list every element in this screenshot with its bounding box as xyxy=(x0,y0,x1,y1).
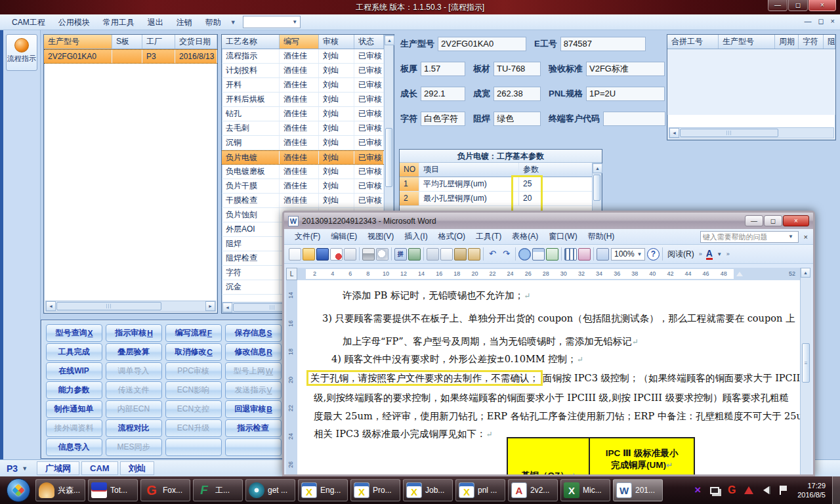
copy-icon[interactable] xyxy=(440,248,453,261)
process-row[interactable]: 开料 酒佳佳 刘灿 已审核 xyxy=(222,78,384,93)
cut-icon[interactable] xyxy=(427,248,439,261)
menu-item[interactable]: 公用模块 xyxy=(52,16,96,28)
process-row[interactable]: 计划投料 酒佳佳 刘灿 已审核 xyxy=(222,64,384,78)
word-close-button[interactable]: × xyxy=(783,215,809,226)
action-button[interactable]: 能力参数 xyxy=(46,381,102,399)
update-arrow-icon[interactable] xyxy=(742,484,755,497)
close-button[interactable]: × xyxy=(808,0,836,11)
taskbar-button[interactable]: Eng... xyxy=(298,479,348,501)
word-minimize-button[interactable]: — xyxy=(745,215,763,226)
orders-hscrollbar[interactable]: ◄ ► xyxy=(45,301,216,312)
toolbar-overflow-icon[interactable]: » xyxy=(726,251,730,257)
action-button[interactable]: 保存信息S xyxy=(225,324,282,342)
column-header[interactable]: 编写 xyxy=(280,35,319,49)
zoom-select[interactable]: 100% ▼ xyxy=(611,248,645,261)
menu-item[interactable]: 编辑(E) xyxy=(326,230,362,243)
menu-item[interactable]: 表格(A) xyxy=(507,230,543,243)
action-button[interactable]: 信息导入 xyxy=(46,438,102,456)
order-row[interactable]: 2V2FG01KA0P32016/8/13 xyxy=(44,49,217,64)
field-value[interactable]: 262.38 xyxy=(494,87,541,101)
action-button[interactable]: 接外调资料 xyxy=(46,419,102,437)
menu-item[interactable]: 视图(V) xyxy=(362,230,399,243)
field-value[interactable]: 874587 xyxy=(560,37,646,51)
margin-marker-icon[interactable] xyxy=(736,272,743,276)
action-button[interactable] xyxy=(225,438,282,456)
columns-icon[interactable] xyxy=(564,248,577,261)
menu-item[interactable]: 帮助 xyxy=(199,16,228,28)
merge-hscrollbar[interactable]: ◄ xyxy=(669,127,834,138)
process-row[interactable]: 负片电镀 酒佳佳 刘灿 已审核 xyxy=(222,150,384,165)
taskbar-button[interactable]: Job... xyxy=(403,479,453,501)
mdi-restore-icon[interactable]: ◻ xyxy=(818,17,824,26)
process-row[interactable]: 钻孔 酒佳佳 刘灿 已审核 xyxy=(222,107,384,121)
format-painter-icon[interactable] xyxy=(468,248,480,261)
paste-icon[interactable] xyxy=(454,248,467,261)
param-row[interactable]: 2 最小孔壁铜厚(um) 20 xyxy=(400,192,593,206)
params-vscrollbar[interactable]: ▲ xyxy=(592,163,602,216)
menu-item[interactable]: 窗口(W) xyxy=(543,230,582,243)
column-header[interactable]: 合拼工号 xyxy=(667,35,719,49)
process-row[interactable]: 流程指示 酒佳佳 刘灿 已审核 xyxy=(222,49,384,64)
print-icon[interactable] xyxy=(362,248,375,261)
action-button[interactable]: 内部ECN xyxy=(106,400,162,418)
print-preview-icon[interactable] xyxy=(376,248,388,261)
action-button[interactable]: ECN影响 xyxy=(165,381,222,399)
column-header[interactable]: 生产型号 xyxy=(44,35,112,49)
column-header[interactable]: 工厂 xyxy=(142,35,175,49)
field-value[interactable] xyxy=(603,112,665,126)
column-header[interactable]: 阻焊 xyxy=(824,35,835,49)
taskbar-button[interactable]: 2v2... xyxy=(508,479,558,501)
column-header[interactable]: S板 xyxy=(112,35,142,49)
action-button[interactable]: 指示检查 xyxy=(225,419,282,437)
column-header[interactable]: NO xyxy=(400,163,419,177)
action-button[interactable]: 回退审核B xyxy=(225,400,282,418)
process-row[interactable]: 负电镀磨板 酒佳佳 刘灿 已审核 xyxy=(222,165,384,179)
column-header[interactable]: 生产型号 xyxy=(719,35,775,49)
taskbar-button[interactable]: Mic... xyxy=(560,479,610,501)
document-map-icon[interactable] xyxy=(597,248,609,261)
action-button[interactable]: ECN升级 xyxy=(165,419,222,437)
menu-item[interactable]: 文件(F) xyxy=(289,230,326,243)
scroll-left-icon[interactable]: ◄ xyxy=(222,303,232,312)
field-value[interactable]: 1P=2U xyxy=(586,87,665,101)
scroll-up-icon[interactable]: ▲ xyxy=(385,35,394,45)
menu-item[interactable]: 工具(T) xyxy=(471,230,507,243)
site-selector[interactable]: P3 xyxy=(7,463,18,474)
action-button[interactable]: 传送文件 xyxy=(106,381,162,399)
action-button[interactable]: 在线WIP xyxy=(46,362,102,380)
help-question-box[interactable]: 键入需要帮助的问题 ▼ xyxy=(700,231,799,243)
column-header[interactable]: 审核 xyxy=(319,35,354,49)
menu-item[interactable]: 格式(O) xyxy=(433,230,471,243)
scroll-up-icon[interactable]: ▲ xyxy=(593,163,602,173)
word-vscrollbar[interactable]: ▲ ≡ xyxy=(800,268,811,474)
process-row[interactable]: 沉铜 酒佳佳 刘灿 已审核 xyxy=(222,136,384,150)
tab-selector[interactable]: L xyxy=(286,268,297,280)
chevron-down-icon[interactable]: ▼ xyxy=(22,465,28,472)
scroll-left-icon[interactable]: ◄ xyxy=(669,128,679,138)
chevron-down-icon[interactable]: ▼ xyxy=(635,249,644,259)
redo-icon[interactable]: ↷ xyxy=(500,248,513,261)
taskbar-button[interactable]: Pro... xyxy=(350,479,400,501)
horizontal-ruler[interactable]: L 24681012141618202224262830323436384042… xyxy=(286,268,805,280)
flow-indicator-button[interactable]: 流程指示 xyxy=(6,34,37,71)
read-mode-button[interactable]: 阅读(R) xyxy=(667,249,694,260)
spelling-icon[interactable]: 拼 xyxy=(394,248,407,261)
action-button[interactable]: 调单导入 xyxy=(106,362,162,380)
taskbar-button[interactable]: 201... xyxy=(613,479,663,501)
minimize-button[interactable]: — xyxy=(768,0,788,11)
field-value[interactable]: TU-768 xyxy=(494,62,541,76)
research-icon[interactable] xyxy=(408,248,421,261)
network-icon[interactable] xyxy=(708,484,721,497)
scrollbar-thumb[interactable] xyxy=(680,129,778,137)
action-button[interactable]: 指示审核H xyxy=(106,324,162,342)
action-button[interactable]: ECN文控 xyxy=(165,400,222,418)
new-document-icon[interactable] xyxy=(289,248,301,261)
column-header[interactable]: 状态 xyxy=(354,35,384,49)
word-titlebar[interactable]: W 20130912204912343 - Microsoft Word — ◻… xyxy=(284,213,813,229)
action-button[interactable]: PPC审核 xyxy=(165,362,222,380)
permission-icon[interactable] xyxy=(330,248,343,261)
open-icon[interactable] xyxy=(303,248,315,261)
volume-icon[interactable] xyxy=(759,484,772,497)
toolbar-overflow-icon[interactable]: » xyxy=(699,251,702,257)
column-header[interactable]: 工艺名称 xyxy=(222,35,280,49)
